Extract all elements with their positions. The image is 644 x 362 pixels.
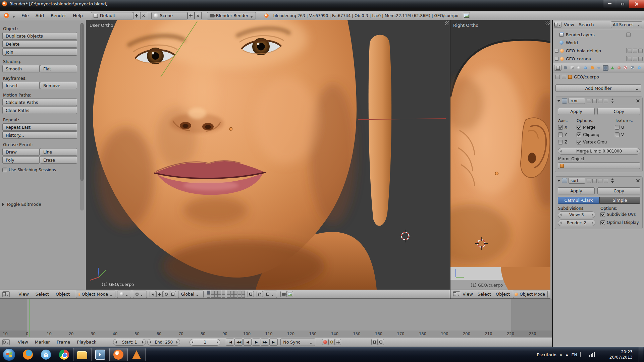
subsurf-modifier-header[interactable]: surf (555, 177, 642, 185)
scene-add-button[interactable] (187, 12, 195, 19)
repeat-last-button[interactable]: Repeat Last (2, 123, 77, 131)
timeline-ruler[interactable]: 1001020304050607080901001101201301401501… (0, 330, 552, 337)
taskbar-blender[interactable] (109, 348, 127, 361)
minimize-button[interactable] (603, 0, 616, 8)
viewport-visibility-icon[interactable] (592, 99, 597, 103)
clear-paths-button[interactable]: Clear Paths (2, 107, 77, 114)
taskbar-firefox[interactable] (19, 348, 37, 361)
editor-type-button[interactable] (554, 22, 561, 28)
play-button[interactable]: ▶ (252, 339, 260, 346)
editor-type-button[interactable] (453, 291, 460, 297)
mirror-copy-button[interactable]: Copy (597, 108, 640, 115)
render-opengl-button[interactable] (280, 291, 287, 297)
cage-icon[interactable] (604, 99, 608, 103)
menu-add[interactable]: Add (32, 13, 47, 18)
viewport-visibility-icon[interactable] (592, 179, 597, 183)
vertex-groups-checkbox[interactable] (577, 140, 581, 144)
insert-keyframe-button[interactable] (335, 339, 341, 345)
next-keyframe-button[interactable]: ▶▶ (261, 339, 269, 346)
visibility-eye-icon[interactable] (633, 49, 637, 53)
menu-object[interactable]: Object (493, 292, 512, 297)
scene-delete-button[interactable] (195, 12, 202, 19)
play-reverse-button[interactable]: ◀ (243, 339, 252, 346)
delete-modifier-icon[interactable] (636, 178, 640, 183)
render-restrict-icon[interactable] (638, 57, 643, 61)
expand-toggle-icon[interactable] (555, 49, 558, 53)
modifier-name-field[interactable]: rror (569, 98, 585, 104)
taskbar-media-app[interactable] (91, 348, 109, 361)
collapse-arrow-icon[interactable] (557, 180, 560, 182)
calculate-paths-button[interactable]: Calculate Paths (2, 99, 77, 106)
menu-select[interactable]: Select (475, 292, 493, 297)
delete-button[interactable]: Delete (2, 40, 77, 48)
render-restrict-icon[interactable] (626, 33, 631, 37)
close-button[interactable] (629, 0, 644, 8)
select-restrict-icon[interactable] (628, 57, 632, 61)
maximize-button[interactable] (616, 0, 629, 8)
start-button[interactable] (3, 348, 15, 361)
editor-type-button[interactable] (2, 291, 10, 297)
axis-z-checkbox[interactable] (558, 140, 563, 144)
join-button[interactable]: Join (2, 48, 77, 56)
axis-x-checkbox[interactable] (558, 125, 563, 130)
volume-tray-icon[interactable] (598, 352, 603, 357)
menu-render[interactable]: Render (47, 13, 69, 18)
cage-icon[interactable] (604, 179, 608, 183)
menu-view[interactable]: View (14, 340, 32, 345)
current-frame-field[interactable]: 1 (190, 339, 220, 346)
subdivide-uvs-checkbox[interactable] (600, 212, 605, 217)
toolshelf-scrollbar[interactable] (80, 23, 84, 210)
visibility-eye-icon[interactable] (633, 57, 637, 61)
snap-toggle-button[interactable] (257, 291, 263, 297)
menu-view[interactable]: View (15, 292, 32, 297)
show-desktop-button[interactable] (639, 347, 643, 362)
select-restrict-icon[interactable] (628, 49, 632, 53)
editmode-visibility-icon[interactable] (598, 179, 602, 183)
history-button[interactable]: History... (2, 131, 77, 139)
taskbar-vlc[interactable] (127, 348, 146, 361)
copy-pose-button[interactable] (371, 339, 378, 345)
translate-manipulator-button[interactable] (156, 291, 163, 297)
taskbar-internet-explorer[interactable]: e (37, 348, 55, 361)
merge-limit-slider[interactable]: Merge Limit: 0.001000 (558, 148, 640, 155)
record-button[interactable] (322, 339, 328, 345)
language-indicator[interactable]: EN (572, 352, 577, 357)
screen-layout-selector[interactable]: Default (91, 12, 133, 19)
texture-u-checkbox[interactable] (615, 125, 620, 130)
layout-add-button[interactable] (133, 12, 140, 19)
jump-to-end-button[interactable]: ▶| (269, 339, 278, 346)
timeline-editor[interactable]: 1001020304050607080901001101201301401501… (0, 299, 552, 337)
manipulator-toggle-button[interactable] (150, 291, 156, 297)
grease-draw-button[interactable]: Draw (2, 148, 40, 156)
outliner-item-renderlayers[interactable]: RenderLayers (553, 31, 644, 39)
menu-playback[interactable]: Playback (73, 340, 100, 345)
taskbar-chrome[interactable] (55, 348, 73, 361)
expand-toggle-icon[interactable] (555, 57, 558, 61)
simple-toggle[interactable]: Simple (599, 197, 640, 204)
previous-keyframe-button[interactable]: ◀◀ (234, 339, 243, 346)
mirror-modifier-header[interactable]: rror (555, 97, 642, 105)
transform-orientation-selector[interactable]: Global (178, 291, 204, 298)
rotate-manipulator-button[interactable] (163, 291, 169, 297)
tab-physics[interactable] (636, 65, 642, 71)
modifier-name-field[interactable]: surf (569, 178, 585, 184)
flag-tray-icon[interactable] (581, 352, 586, 357)
lock-to-scene-button[interactable] (248, 291, 254, 297)
viewport-main-canvas[interactable] (86, 20, 450, 290)
mode-selector[interactable]: Object Mode (513, 291, 548, 298)
tab-modifiers[interactable] (603, 65, 608, 71)
grease-poly-button[interactable]: Poly (2, 156, 40, 164)
tab-render[interactable] (562, 65, 568, 71)
view-subdivisions-field[interactable]: View: 3 (558, 212, 595, 218)
mode-selector[interactable]: Object Mode (76, 291, 115, 298)
smooth-button[interactable]: Smooth (2, 65, 40, 72)
render-restrict-icon[interactable] (638, 49, 643, 53)
keying-set-button[interactable] (328, 339, 335, 345)
grease-line-button[interactable]: Line (40, 148, 77, 156)
menu-view[interactable]: View (460, 292, 475, 297)
paste-pose-button[interactable] (378, 339, 384, 345)
tab-particles[interactable] (630, 65, 635, 71)
network-tray-icon[interactable] (589, 352, 595, 357)
toggle-editmode-panel[interactable]: Toggle Editmode (2, 202, 77, 207)
tab-world[interactable] (583, 65, 588, 71)
